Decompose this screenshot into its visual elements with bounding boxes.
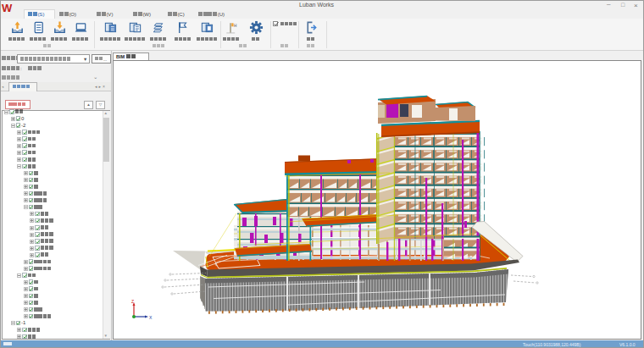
svg-text:H: H [234,24,237,28]
svg-text:Z: Z [131,299,134,304]
svg-text:X: X [149,315,153,320]
